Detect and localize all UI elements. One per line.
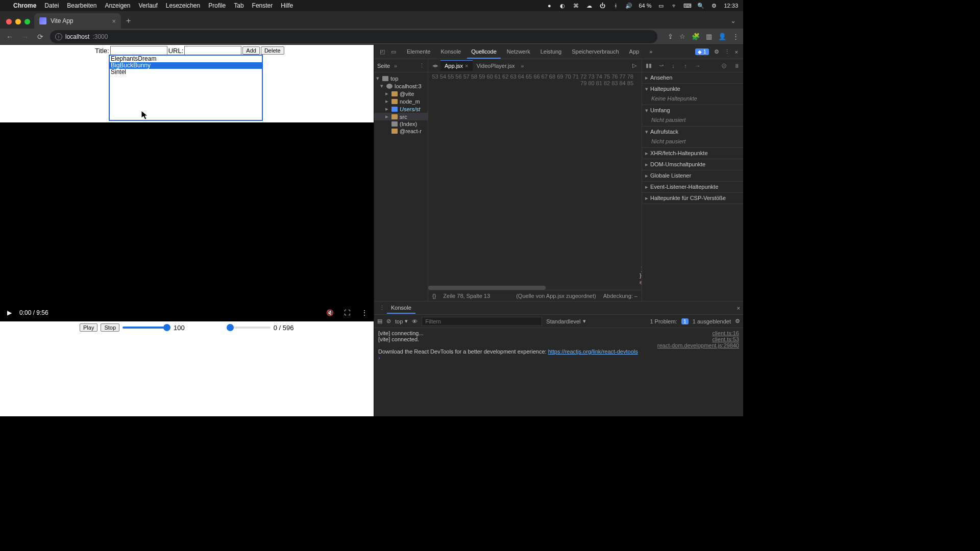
site-info-icon[interactable]: i bbox=[55, 33, 62, 40]
video-player[interactable]: ▶ 0:00 / 9:56 🔇 ⛶ ⋮ bbox=[0, 122, 374, 321]
inspect-icon[interactable]: ◰ bbox=[377, 47, 387, 57]
back-button[interactable]: ← bbox=[4, 31, 15, 42]
callstack-section[interactable]: ▾Aufrufstack bbox=[642, 127, 743, 137]
console-source-link[interactable]: client.ts:16 bbox=[712, 330, 739, 336]
status-icon[interactable]: ⌘ bbox=[572, 2, 579, 9]
pause-icon[interactable]: ▮▮ bbox=[644, 62, 653, 69]
tab-speicher[interactable]: Speicherverbrauch bbox=[568, 45, 623, 59]
tab-leistung[interactable]: Leistung bbox=[536, 45, 566, 59]
context-selector[interactable]: top ▾ bbox=[395, 318, 408, 324]
device-toggle-icon[interactable]: ▭ bbox=[388, 47, 399, 57]
menu-icon[interactable]: ⋮ bbox=[732, 33, 739, 40]
play-icon[interactable]: ▶ bbox=[5, 309, 13, 317]
code-area[interactable]: 53 54 55 56 57 58 59 60 61 62 63 64 65 6… bbox=[428, 72, 642, 286]
control-center-icon[interactable]: ⚙ bbox=[710, 2, 718, 9]
tree-src[interactable]: src bbox=[400, 114, 407, 120]
tree-react-refresh[interactable]: @react-r bbox=[400, 128, 422, 134]
live-expression-icon[interactable]: 👁 bbox=[412, 318, 418, 324]
file-tree[interactable]: ▾top ▾localhost:3 ▸@vite ▸node_m ▸Users/… bbox=[374, 72, 428, 137]
more-subtabs-icon[interactable]: » bbox=[394, 63, 397, 69]
share-icon[interactable]: ⇪ bbox=[668, 33, 673, 40]
step-out-icon[interactable]: ↑ bbox=[681, 63, 690, 69]
console-prompt-icon[interactable]: › bbox=[378, 355, 380, 361]
code-content[interactable]: > Delete </button> </div> <select size="… bbox=[638, 72, 642, 286]
clock[interactable]: 12:33 bbox=[724, 3, 738, 9]
tab-app[interactable]: App bbox=[625, 45, 644, 59]
new-tab-button[interactable]: + bbox=[121, 16, 136, 29]
url-input[interactable] bbox=[184, 46, 241, 55]
prev-file-icon[interactable]: ◂▸ bbox=[430, 62, 440, 69]
console-output[interactable]: [vite] connecting...client.ts:16 [vite] … bbox=[374, 328, 743, 416]
menu-anzeigen[interactable]: Anzeigen bbox=[105, 2, 130, 9]
xhr-bp-section[interactable]: ▸XHR/fetch-Haltepunkte bbox=[642, 148, 743, 159]
close-devtools-icon[interactable]: × bbox=[735, 49, 738, 55]
global-listener-section[interactable]: ▸Globale Listener bbox=[642, 170, 743, 181]
more-icon[interactable]: ⋮ bbox=[724, 48, 730, 55]
csp-bp-section[interactable]: ▸Haltepunkte für CSP-Verstöße bbox=[642, 193, 743, 204]
close-drawer-icon[interactable]: × bbox=[737, 305, 740, 311]
volume-slider[interactable] bbox=[122, 327, 170, 329]
watch-section[interactable]: ▸Ansehen bbox=[642, 72, 743, 83]
menu-fenster[interactable]: Fenster bbox=[252, 2, 273, 9]
tab-elemente[interactable]: Elemente bbox=[403, 45, 434, 59]
tree-node-modules[interactable]: node_m bbox=[400, 98, 420, 105]
tab-quellcode[interactable]: Quellcode bbox=[467, 45, 501, 59]
fullscreen-icon[interactable]: ⛶ bbox=[343, 309, 351, 317]
close-tab-icon[interactable]: × bbox=[112, 17, 116, 25]
seek-slider[interactable] bbox=[227, 327, 271, 329]
issues-badge[interactable]: ◆ 1 bbox=[695, 48, 708, 55]
profile-icon[interactable]: 👤 bbox=[718, 33, 726, 40]
tab-konsole[interactable]: Konsole bbox=[436, 45, 465, 59]
minimize-window-icon[interactable] bbox=[15, 19, 21, 24]
status-icon[interactable]: ⏻ bbox=[599, 2, 606, 9]
delete-button[interactable]: Delete bbox=[261, 46, 284, 55]
format-icon[interactable]: {} bbox=[432, 293, 436, 299]
more-icon[interactable]: ⋮ bbox=[360, 309, 369, 317]
tab-netzwerk[interactable]: Netzwerk bbox=[503, 45, 534, 59]
browser-tab[interactable]: Vite App × bbox=[34, 13, 121, 29]
menu-lesezeichen[interactable]: Lesezeichen bbox=[166, 2, 200, 9]
select-option[interactable]: Sintel bbox=[110, 69, 262, 76]
drawer-menu-icon[interactable]: ⋮ bbox=[377, 305, 387, 311]
tree-index[interactable]: (Index) bbox=[400, 121, 417, 127]
menu-profile[interactable]: Profile bbox=[208, 2, 226, 9]
status-icon[interactable]: ☁ bbox=[585, 2, 593, 9]
problems-badge[interactable]: 1 bbox=[681, 318, 689, 324]
more-files-icon[interactable]: » bbox=[519, 63, 526, 69]
console-source-link[interactable]: react-dom.development.js:29840 bbox=[657, 342, 739, 348]
status-icon[interactable]: ◐ bbox=[559, 2, 566, 9]
pause-exceptions-icon[interactable]: ⏸ bbox=[732, 63, 741, 69]
step-into-icon[interactable]: ↓ bbox=[669, 63, 678, 69]
more-tabs-icon[interactable]: » bbox=[645, 45, 656, 59]
mute-icon[interactable]: 🔇 bbox=[326, 309, 334, 317]
menu-hilfe[interactable]: Hilfe bbox=[281, 2, 293, 9]
step-icon[interactable]: → bbox=[693, 63, 702, 69]
chevron-down-icon[interactable]: ⌄ bbox=[723, 17, 743, 29]
stop-button[interactable]: Stop bbox=[101, 323, 119, 332]
dom-bp-section[interactable]: ▸DOM-Umschaltpunkte bbox=[642, 159, 743, 170]
console-sidebar-icon[interactable]: ▤ bbox=[377, 318, 382, 324]
app-menu[interactable]: Chrome bbox=[13, 2, 36, 9]
log-level-selector[interactable]: Standardlevel ▾ bbox=[546, 318, 585, 324]
deactivate-bp-icon[interactable]: ⛒ bbox=[720, 63, 729, 69]
close-window-icon[interactable] bbox=[6, 19, 12, 24]
address-bar[interactable]: i localhost:3000 bbox=[50, 30, 657, 43]
menu-datei[interactable]: Datei bbox=[44, 2, 59, 9]
scope-section[interactable]: ▾Umfang bbox=[642, 105, 743, 116]
console-settings-icon[interactable]: ⚙ bbox=[735, 318, 740, 324]
react-devtools-link[interactable]: https://reactjs.org/link/react-devtools bbox=[548, 348, 638, 355]
run-snippet-icon[interactable]: ▷ bbox=[629, 62, 640, 69]
menu-tab[interactable]: Tab bbox=[234, 2, 243, 9]
add-button[interactable]: Add bbox=[242, 46, 260, 55]
play-button[interactable]: Play bbox=[80, 323, 97, 332]
lang-icon[interactable]: ⌨ bbox=[684, 2, 691, 9]
breakpoints-section[interactable]: ▾Haltepunkte bbox=[642, 84, 743, 94]
file-tab-app[interactable]: App.jsx× bbox=[440, 60, 473, 71]
drawer-tab-konsole[interactable]: Konsole bbox=[387, 303, 415, 314]
step-over-icon[interactable]: ⤻ bbox=[656, 62, 666, 69]
wifi-icon[interactable]: ᯤ bbox=[671, 2, 678, 9]
bookmark-icon[interactable]: ☆ bbox=[679, 33, 685, 40]
reload-button[interactable]: ⟳ bbox=[35, 31, 46, 42]
sidepanel-icon[interactable]: ▥ bbox=[706, 33, 712, 40]
extensions-icon[interactable]: 🧩 bbox=[692, 33, 700, 40]
